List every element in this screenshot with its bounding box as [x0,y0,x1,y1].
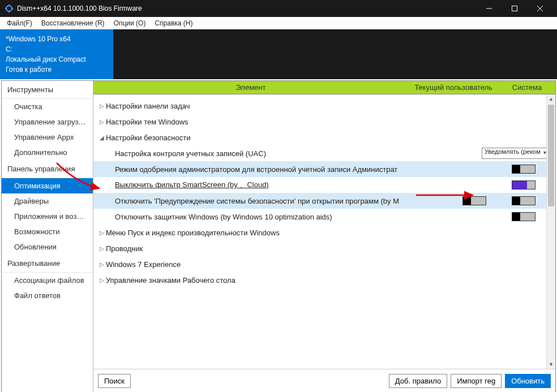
tree-group-row[interactable]: ▷Настройки тем Windows [93,114,555,130]
tree-group-row[interactable]: ◢Настройки безопасности [93,130,555,145]
col-element: Элемент [93,83,408,92]
chevron-right-icon[interactable]: ▷ [98,103,106,109]
footer-bar: Поиск Доб. правило Импорт reg Обновить [93,369,555,392]
content-area: ИнструментыОчисткаУправление загрузкойУп… [1,80,556,392]
info-drive: C: [6,44,113,54]
import-reg-button[interactable]: Импорт reg [451,374,502,388]
row-label: Проводник [106,244,399,253]
sidebar-group-header: Развертывание [2,255,93,273]
sidebar-item[interactable]: Обновления [2,239,93,255]
toggle-switch[interactable] [512,165,535,174]
scroll-up-icon[interactable]: ▲ [547,94,555,104]
system-slot [495,196,552,205]
menu-recovery[interactable]: Восстановление (R) [37,18,109,28]
svg-point-0 [6,6,12,11]
tree-group-row[interactable]: ▷Проводник [93,240,555,256]
row-label: Управление значками Рабочего стола [106,276,399,285]
search-button[interactable]: Поиск [98,374,131,388]
settings-tree: ▷Настройки панели задач▷Настройки тем Wi… [93,94,555,369]
chevron-right-icon[interactable]: ▷ [98,245,106,252]
info-os: *Windows 10 Pro x64 [6,34,113,44]
chevron-right-icon[interactable]: ▷ [98,230,106,236]
sidebar-group-header: Панель управления [2,160,93,178]
tree-item-row: Отключить 'Предупреждение системы безопа… [93,193,555,209]
col-current-user: Текущий пользователь [408,83,499,92]
sidebar-item[interactable]: Файл ответов [2,288,93,303]
chevron-right-icon[interactable]: ▷ [98,119,106,125]
user-slot [399,196,495,205]
tree-item-row: Режим одобрения администратором для встр… [93,161,555,177]
scroll-thumb[interactable] [548,105,554,206]
sidebar: ИнструментыОчисткаУправление загрузкойУп… [2,81,93,392]
row-label: Настройки панели задач [106,102,399,110]
main-panel: Элемент Текущий пользователь Система ▷На… [93,81,555,392]
row-label: Отключить 'Предупреждение системы безопа… [115,197,399,205]
sidebar-item[interactable]: Возможности [2,224,93,239]
sidebar-item[interactable]: Дополнительно [2,145,93,160]
sidebar-item[interactable]: Управление загрузкой [2,114,93,130]
row-label: Настройки безопасности [106,133,399,142]
info-disk: Локальный диск Compact [6,54,113,64]
app-icon [5,4,14,13]
toggle-switch[interactable] [512,212,535,221]
row-label: Windows 7 Experience [106,260,399,269]
row-label: Отключить защитник Windows (by Windows 1… [115,213,399,221]
col-system: Система [499,83,555,92]
info-dark-area [113,29,557,79]
toggle-switch[interactable] [462,196,486,205]
chevron-right-icon[interactable]: ▷ [98,277,106,283]
minimize-button[interactable] [476,0,502,17]
sidebar-item[interactable]: Драйверы [2,193,93,209]
system-slot: Уведомлять (реком [478,148,552,159]
tree-group-row[interactable]: ▷Управление значками Рабочего стола [93,272,555,288]
add-rule-button[interactable]: Доб. правило [389,374,447,388]
sidebar-item[interactable]: Ассоциации файлов [2,273,93,288]
row-label: Настройка контроля учетных записей (UAC) [115,149,382,158]
tree-scrollbar[interactable]: ▲ ▼ [546,94,555,369]
info-status: Готов к работе [6,64,113,75]
tree-item-row: Отключить защитник Windows (by Windows 1… [93,209,555,225]
tree-item-row: Выключить фильтр SmartScreen (by 、Cloud) [93,177,555,193]
row-label: Меню Пуск и индекс производительности Wi… [106,229,399,237]
column-header: Элемент Текущий пользователь Система [93,81,555,94]
refresh-button[interactable]: Обновить [505,374,551,388]
tree-item-row: Настройка контроля учетных записей (UAC)… [93,145,555,161]
tree-group-row[interactable]: ▷Настройки панели задач [93,98,555,114]
toggle-switch[interactable] [512,180,535,189]
maximize-button[interactable] [502,0,527,17]
row-label: Выключить фильтр SmartScreen (by 、Cloud) [115,180,399,190]
window-title: Dism++x64 10.1.1000.100 Bios Firmware [17,5,476,12]
row-label: Режим одобрения администратором для встр… [115,165,399,174]
system-slot [495,212,552,221]
tree-group-row[interactable]: ▷Windows 7 Experience [93,256,555,272]
svg-rect-2 [512,6,517,11]
sidebar-item[interactable]: Управление Appx [2,130,93,145]
scroll-down-icon[interactable]: ▼ [547,360,555,369]
system-slot [495,180,552,189]
title-bar: Dism++x64 10.1.1000.100 Bios Firmware [0,0,557,17]
sidebar-item[interactable]: Оптимизация [2,178,93,193]
tree-group-row[interactable]: ▷Меню Пуск и индекс производительности W… [93,225,555,240]
chevron-down-icon[interactable]: ◢ [98,135,106,141]
chevron-right-icon[interactable]: ▷ [98,261,106,268]
row-label: Настройки тем Windows [106,118,399,126]
sidebar-item[interactable]: Приложения и возможнос [2,209,93,224]
menu-file[interactable]: Файл(F) [2,18,37,28]
uac-dropdown[interactable]: Уведомлять (реком [482,148,549,159]
sidebar-item[interactable]: Очистка [2,99,93,114]
toggle-switch[interactable] [512,196,535,205]
info-bar: *Windows 10 Pro x64 C: Локальный диск Co… [0,29,557,79]
menu-help[interactable]: Справка (H) [150,18,197,28]
sidebar-group-header: Инструменты [2,81,93,99]
close-button[interactable] [527,0,552,17]
menu-bar: Файл(F) Восстановление (R) Опции (O) Спр… [0,17,557,29]
system-slot [495,165,552,174]
menu-options[interactable]: Опции (O) [109,18,151,28]
